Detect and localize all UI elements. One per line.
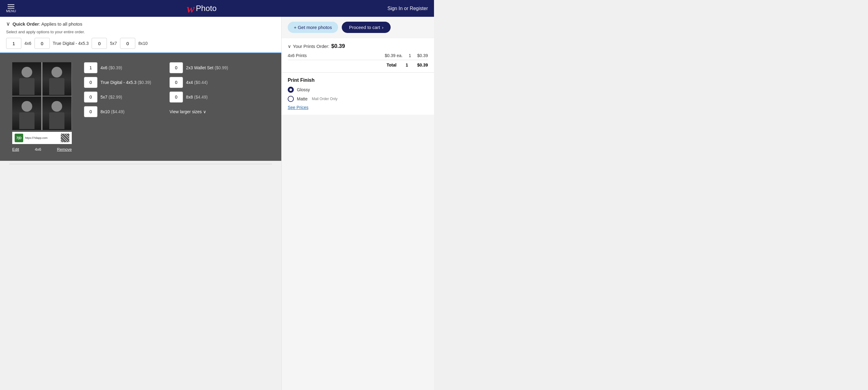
your-prints-label: Your Prints Order: xyxy=(293,44,330,49)
right-actions: + Get more photos Proceed to cart › xyxy=(282,17,434,38)
order-line-item: 4x6 Prints $0.39 ea. 1 $0.39 xyxy=(288,53,428,58)
hamburger-icon xyxy=(8,4,14,8)
glossy-radio[interactable] xyxy=(288,87,294,93)
option-qty-5x7[interactable] xyxy=(84,92,97,102)
quick-order-subtitle: Select and apply options to your entire … xyxy=(6,30,275,34)
proceed-label: Proceed to cart xyxy=(349,25,380,30)
line-item-qty: 1 xyxy=(409,53,411,58)
thumb-cell-1 xyxy=(12,62,41,96)
thumb-cell-3 xyxy=(12,96,41,130)
photo-label: Photo xyxy=(196,4,217,13)
qty-4x6-input[interactable] xyxy=(6,38,21,49)
header: MENU w Photo Sign In or Register xyxy=(0,0,434,17)
chevron-down-icon[interactable]: ∨ xyxy=(6,21,10,27)
option-qty-4x4[interactable] xyxy=(169,77,183,88)
thumb-cell-2 xyxy=(42,62,71,96)
photo-area: 7|D https://7idapp.com Edit 4x6 Remove xyxy=(0,53,281,161)
option-8x10: 8x10 ($4.49) xyxy=(84,106,151,117)
menu-label: MENU xyxy=(6,9,16,13)
left-panel: ∨ Quick Order: Applies to all photos Sel… xyxy=(0,17,281,390)
option-5x7: 5x7 ($2.99) xyxy=(84,92,151,102)
option-qty-8x10[interactable] xyxy=(84,106,97,117)
quick-order-title: ∨ Quick Order: Applies to all photos xyxy=(6,21,275,27)
option-qty-8x8[interactable] xyxy=(169,92,183,102)
option-4x4: 4x4 ($0.44) xyxy=(169,77,228,88)
proceed-to-cart-button[interactable]: Proceed to cart › xyxy=(342,22,391,33)
person-photo-3 xyxy=(12,96,41,130)
quick-order-inputs: 4x6 True Digital - 4x5.3 5x7 8x10 xyxy=(6,38,275,49)
print-finish-title: Print Finish xyxy=(288,77,428,83)
main-container: ∨ Quick Order: Applies to all photos Sel… xyxy=(0,17,434,390)
total-label: Total xyxy=(387,63,397,67)
size-label-8x10: 8x10 xyxy=(137,41,149,46)
qty-true-digital-input[interactable] xyxy=(34,38,50,49)
person-photo-1 xyxy=(12,62,41,96)
view-larger-label: View larger sizes xyxy=(169,109,202,114)
view-larger-button[interactable]: View larger sizes ∨ xyxy=(169,109,228,114)
thumb-cell-4 xyxy=(42,96,71,130)
qr-url: https://7idapp.com xyxy=(25,136,59,139)
option-label-8x8: 8x8 ($4.49) xyxy=(186,95,208,99)
glossy-label: Glossy xyxy=(297,87,310,92)
qr-logo: 7|D xyxy=(15,134,23,142)
qty-8x10-input[interactable] xyxy=(120,38,135,49)
option-true-digital: True Digital - 4x5.3 ($0.39) xyxy=(84,77,151,88)
line-item-detail: $0.39 ea. 1 $0.39 xyxy=(385,53,428,58)
options-col-left: 4x6 ($0.39) True Digital - 4x5.3 ($0.39)… xyxy=(84,62,151,117)
matte-radio[interactable] xyxy=(288,96,294,102)
walgreens-w-icon: w xyxy=(187,2,194,15)
size-label-true-digital: True Digital - 4x5.3 xyxy=(52,41,90,46)
qr-code-icon xyxy=(61,134,69,142)
chevron-down-icon: ∨ xyxy=(203,109,206,114)
option-label-true-digital: True Digital - 4x5.3 ($0.39) xyxy=(100,80,151,85)
option-label-4x6: 4x6 ($0.39) xyxy=(100,65,122,70)
person-photo-4 xyxy=(42,96,71,130)
line-item-name: 4x6 Prints xyxy=(288,53,307,58)
option-qty-true-digital[interactable] xyxy=(84,77,97,88)
see-prices-button[interactable]: See Prices xyxy=(288,105,308,110)
size-label-4x6: 4x6 xyxy=(23,41,33,46)
option-label-4x4: 4x4 ($0.44) xyxy=(186,80,208,85)
line-item-total: $0.39 xyxy=(417,53,428,58)
qr-strip: 7|D https://7idapp.com xyxy=(12,132,72,144)
auth-link[interactable]: Sign In or Register xyxy=(387,6,428,11)
thumb-grid xyxy=(12,62,72,130)
total-qty: 1 xyxy=(406,63,408,67)
option-label-wallet: 2x3 Wallet Set ($0.99) xyxy=(186,65,228,70)
option-label-5x7: 5x7 ($2.99) xyxy=(100,95,122,99)
order-chevron-icon[interactable]: ∨ xyxy=(288,44,291,49)
photo-thumbnails: 7|D https://7idapp.com Edit 4x6 Remove xyxy=(12,62,72,152)
option-qty-4x6[interactable] xyxy=(84,62,97,73)
get-more-photos-button[interactable]: + Get more photos xyxy=(288,22,338,33)
option-8x8: 8x8 ($4.49) xyxy=(169,92,228,102)
options-col-right: 2x3 Wallet Set ($0.99) 4x4 ($0.44) 8x8 (… xyxy=(169,62,228,117)
glossy-option[interactable]: Glossy xyxy=(288,87,428,93)
person-photo-2 xyxy=(42,62,71,96)
qty-5x7-input[interactable] xyxy=(92,38,107,49)
option-wallet: 2x3 Wallet Set ($0.99) xyxy=(169,62,228,73)
photo-row: 7|D https://7idapp.com Edit 4x6 Remove xyxy=(12,62,269,152)
photo-size-label: 4x6 xyxy=(35,147,41,152)
size-label-5x7: 5x7 xyxy=(109,41,118,46)
matte-option[interactable]: Matte Mail Order Only xyxy=(288,96,428,102)
option-label-8x10: 8x10 ($4.49) xyxy=(100,109,125,114)
menu-button[interactable]: MENU xyxy=(6,4,16,13)
arrow-right-icon: › xyxy=(382,25,383,30)
edit-button[interactable]: Edit xyxy=(12,147,19,152)
matte-sublabel: Mail Order Only xyxy=(312,97,338,101)
order-total-price: $0.39 xyxy=(331,43,345,50)
right-panel: + Get more photos Proceed to cart › ∨ Yo… xyxy=(281,17,434,390)
logo: w Photo xyxy=(187,2,217,15)
line-item-price-each: $0.39 ea. xyxy=(385,53,403,58)
remove-button[interactable]: Remove xyxy=(57,147,72,152)
order-summary: ∨ Your Prints Order: $0.39 4x6 Prints $0… xyxy=(282,38,434,73)
order-title: ∨ Your Prints Order: $0.39 xyxy=(288,43,428,50)
photo-controls: Edit 4x6 Remove xyxy=(12,147,72,152)
total-amount: $0.39 xyxy=(417,63,428,67)
quick-order-bold: Quick Order: Applies to all photos xyxy=(12,21,82,27)
order-total-line: Total 1 $0.39 xyxy=(288,60,428,67)
matte-label: Matte xyxy=(297,96,308,101)
options-columns: 4x6 ($0.39) True Digital - 4x5.3 ($0.39)… xyxy=(84,62,228,117)
option-4x6: 4x6 ($0.39) xyxy=(84,62,151,73)
option-qty-wallet[interactable] xyxy=(169,62,183,73)
